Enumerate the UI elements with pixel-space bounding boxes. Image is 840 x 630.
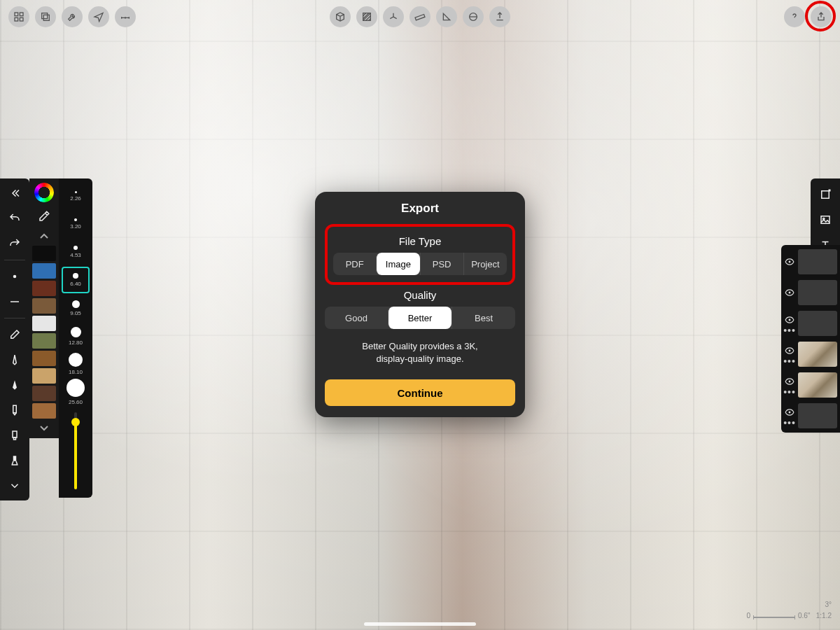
level-icon[interactable] xyxy=(463,6,484,27)
redo-icon[interactable] xyxy=(4,233,25,254)
layer-visibility-icon[interactable] xyxy=(785,407,794,417)
filetype-option-image[interactable]: Image xyxy=(376,253,419,275)
brush-size-12.80[interactable]: 12.80 xyxy=(62,323,90,349)
brush-icon[interactable] xyxy=(4,450,25,471)
export-modal: Export File Type PDFImagePSDProject Qual… xyxy=(315,192,525,417)
svg-point-9 xyxy=(13,275,17,279)
quality-option-better[interactable]: Better xyxy=(388,307,451,329)
color-swatch-6[interactable] xyxy=(32,351,56,366)
palette-up-icon[interactable] xyxy=(34,230,54,241)
svg-rect-3 xyxy=(20,18,23,21)
layer-thumbnail xyxy=(798,311,837,336)
svg-point-20 xyxy=(789,319,791,321)
brush-size-6.40[interactable]: 6.40 xyxy=(62,267,90,293)
upload-icon[interactable] xyxy=(489,6,510,27)
color-swatch-4[interactable] xyxy=(32,316,56,331)
layer-row-0[interactable] xyxy=(784,248,837,276)
brush-size-slider[interactable] xyxy=(74,412,77,489)
svg-rect-14 xyxy=(13,456,17,461)
layer-row-5[interactable]: ••• xyxy=(784,402,837,430)
angle-icon[interactable] xyxy=(436,6,457,27)
layers-panel: •••••••••••• xyxy=(781,245,840,433)
svg-rect-11 xyxy=(13,405,17,413)
marker-icon[interactable] xyxy=(4,400,25,421)
eyedropper-icon[interactable] xyxy=(34,206,54,226)
layer-thumbnail xyxy=(798,249,837,274)
undo-icon[interactable] xyxy=(4,208,25,229)
layer-row-1[interactable] xyxy=(784,279,837,307)
brush-size-9.05[interactable]: 9.05 xyxy=(62,295,90,321)
grid-icon[interactable] xyxy=(8,6,29,27)
filetype-option-project[interactable]: Project xyxy=(463,253,507,275)
svg-rect-4 xyxy=(42,13,48,19)
continue-button[interactable]: Continue xyxy=(325,379,515,406)
ruler-icon[interactable] xyxy=(115,6,136,27)
brush-size-3.20[interactable]: 3.20 xyxy=(62,211,90,237)
quality-option-good[interactable]: Good xyxy=(325,307,388,329)
layers-icon[interactable] xyxy=(35,6,56,27)
brush-size-2.26[interactable]: 2.26 xyxy=(62,183,90,209)
svg-point-22 xyxy=(789,381,791,383)
layer-visibility-icon[interactable] xyxy=(785,288,794,298)
layer-add-icon[interactable] xyxy=(815,184,836,205)
pen-bold-icon[interactable] xyxy=(4,374,25,396)
svg-rect-1 xyxy=(20,13,23,16)
layer-options-icon[interactable]: ••• xyxy=(783,421,796,424)
brush-size-18.10[interactable]: 18.10 xyxy=(62,351,90,377)
brush-size-25.60[interactable]: 25.60 xyxy=(62,379,90,405)
layer-visibility-icon[interactable] xyxy=(785,315,794,325)
filetype-segmented: PDFImagePSDProject xyxy=(333,253,507,275)
layer-options-icon[interactable]: ••• xyxy=(783,391,796,393)
layer-row-3[interactable]: ••• xyxy=(784,340,837,368)
filetype-option-psd[interactable]: PSD xyxy=(420,253,463,275)
layer-visibility-icon[interactable] xyxy=(785,257,794,267)
layer-row-2[interactable]: ••• xyxy=(784,309,837,337)
pen-fine-icon[interactable] xyxy=(4,349,25,370)
layer-thumbnail xyxy=(798,280,837,305)
svg-rect-13 xyxy=(14,438,16,440)
layer-options-icon[interactable]: ••• xyxy=(783,360,796,363)
collapse-icon[interactable] xyxy=(4,183,25,204)
svg-rect-16 xyxy=(821,216,830,224)
color-swatch-9[interactable] xyxy=(32,403,56,419)
hatch-icon[interactable] xyxy=(356,6,377,27)
layer-row-4[interactable]: ••• xyxy=(784,371,837,399)
color-swatch-5[interactable] xyxy=(32,333,56,349)
color-swatch-2[interactable] xyxy=(32,281,56,296)
quality-label: Quality xyxy=(325,289,515,301)
axis-icon[interactable] xyxy=(383,6,404,27)
svg-point-18 xyxy=(789,261,791,263)
tools-expand-icon[interactable] xyxy=(4,475,25,496)
color-swatch-7[interactable] xyxy=(32,368,56,384)
eraser-icon[interactable] xyxy=(4,324,25,345)
cube-icon[interactable] xyxy=(330,6,351,27)
layer-options-icon[interactable]: ••• xyxy=(783,329,796,332)
svg-rect-7 xyxy=(415,15,425,20)
color-swatch-3[interactable] xyxy=(32,298,56,314)
measure-icon[interactable] xyxy=(410,6,430,27)
quality-option-best[interactable]: Best xyxy=(451,307,515,329)
layer-visibility-icon[interactable] xyxy=(785,377,794,386)
point-tool-icon[interactable] xyxy=(4,266,25,287)
color-swatch-1[interactable] xyxy=(32,263,56,279)
image-icon[interactable] xyxy=(815,209,836,230)
layer-visibility-icon[interactable] xyxy=(785,346,794,356)
left-action-column xyxy=(0,178,29,500)
wrench-icon[interactable] xyxy=(62,6,83,27)
layer-thumbnail xyxy=(798,372,837,398)
brush-size-4.53[interactable]: 4.53 xyxy=(62,239,90,265)
line-tool-icon[interactable] xyxy=(4,291,25,312)
color-wheel-icon[interactable] xyxy=(34,183,54,202)
color-swatch-8[interactable] xyxy=(32,386,56,401)
help-icon[interactable] xyxy=(784,6,805,27)
color-swatch-0[interactable] xyxy=(32,246,56,261)
quality-description: Better Quality provides a 3K,display-qua… xyxy=(330,340,510,365)
share-icon[interactable] xyxy=(811,6,832,27)
navigate-icon[interactable] xyxy=(88,6,109,27)
svg-point-19 xyxy=(789,292,791,294)
color-palette-column xyxy=(29,178,59,438)
highlighter-icon[interactable] xyxy=(4,425,25,446)
filetype-option-pdf[interactable]: PDF xyxy=(333,253,376,275)
layer-thumbnail xyxy=(798,403,837,428)
palette-down-icon[interactable] xyxy=(34,423,54,434)
